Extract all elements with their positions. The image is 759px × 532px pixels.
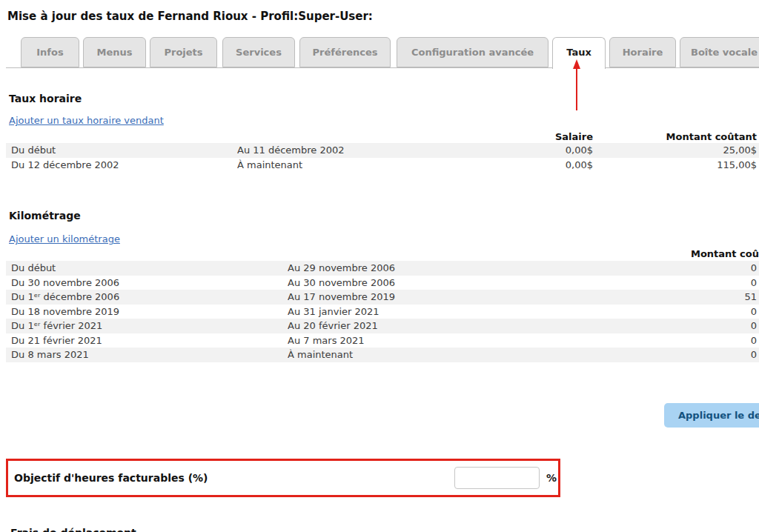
billable-hours-objective-label: Objectif d'heures facturables (%) — [14, 461, 208, 495]
taux-horaire-header-row: Salaire Montant coûtant — [6, 131, 759, 143]
cell-to: Au 29 novembre 2006 — [288, 261, 611, 276]
tab-infos[interactable]: Infos — [21, 37, 79, 67]
taux-horaire-heading: Taux horaire — [9, 93, 82, 104]
page-title: Mise à jour des taux de Fernand Rioux - … — [7, 10, 373, 23]
cell-from: Du 21 février 2021 — [6, 333, 288, 348]
table-row: Du début Au 29 novembre 2006 0 — [6, 261, 759, 276]
table-row: Du 30 novembre 2006 Au 30 novembre 2006 … — [6, 276, 759, 290]
cell-from: Du 12 décembre 2002 — [6, 158, 237, 173]
cell-from: Du 1ᵉʳ février 2021 — [6, 319, 288, 333]
tab-horaire[interactable]: Horaire — [609, 37, 676, 67]
cell-montant: 0 — [611, 319, 759, 333]
cell-from: Du 1ᵉʳ décembre 2006 — [6, 290, 288, 305]
apply-last-rate-button[interactable]: Appliquer le der — [664, 403, 759, 428]
cell-montant: 0 — [611, 348, 759, 362]
table-row: Du 8 mars 2021 À maintenant 0 — [6, 348, 759, 362]
tab-configuration-avancee[interactable]: Configuration avancée — [397, 37, 548, 67]
cell-salaire: 0,00$ — [482, 143, 593, 158]
table-row: Du 21 février 2021 Au 7 mars 2021 0 — [6, 333, 759, 348]
percent-unit-label: % — [546, 461, 557, 495]
table-row: Du début Au 11 décembre 2002 0,00$ 25,00… — [6, 143, 759, 158]
billable-hours-objective-box: Objectif d'heures facturables (%) % — [6, 459, 560, 497]
billable-hours-objective-input[interactable] — [454, 467, 540, 489]
cell-montant: 51 — [611, 290, 759, 305]
add-kilometrage-link[interactable]: Ajouter un kilométrage — [9, 233, 120, 245]
cell-to: Au 11 décembre 2002 — [237, 143, 482, 158]
table-row: Du 12 décembre 2002 À maintenant 0,00$ 1… — [6, 158, 759, 173]
column-header-salaire: Salaire — [482, 131, 593, 143]
cell-to: À maintenant — [288, 348, 611, 362]
cell-to: Au 17 novembre 2019 — [288, 290, 611, 305]
page: Mise à jour des taux de Fernand Rioux - … — [0, 0, 759, 532]
table-row: Du 1ᵉʳ décembre 2006 Au 17 novembre 2019… — [6, 290, 759, 305]
cell-from: Du 18 novembre 2019 — [6, 305, 288, 319]
table-row: Du 18 novembre 2019 Au 31 janvier 2021 0 — [6, 305, 759, 319]
red-arrow-pointer-icon — [571, 59, 583, 112]
column-header-montant-coutant: Montant coû — [611, 248, 759, 261]
cell-from: Du début — [6, 143, 237, 158]
partial-section-heading: Frais de déplacement — [10, 527, 136, 532]
kilometrage-table: Montant coû Du début Au 29 novembre 2006… — [6, 248, 759, 362]
taux-horaire-table: Salaire Montant coûtant Du début Au 11 d… — [6, 131, 759, 173]
add-taux-horaire-link[interactable]: Ajouter un taux horaire vendant — [9, 115, 164, 126]
tab-services[interactable]: Services — [222, 37, 295, 67]
cell-montant: 25,00$ — [593, 143, 759, 158]
cell-to: Au 7 mars 2021 — [288, 333, 611, 348]
tab-preferences[interactable]: Préférences — [299, 37, 391, 67]
cell-salaire: 0,00$ — [482, 158, 593, 173]
cell-from: Du 8 mars 2021 — [6, 348, 288, 362]
cell-from: Du début — [6, 261, 288, 276]
kilometrage-header-row: Montant coû — [6, 248, 759, 261]
cell-to: Au 30 novembre 2006 — [288, 276, 611, 290]
cell-from: Du 30 novembre 2006 — [6, 276, 288, 290]
cell-to: À maintenant — [237, 158, 482, 173]
tab-projets[interactable]: Projets — [150, 37, 217, 67]
tab-menus[interactable]: Menus — [83, 37, 146, 67]
cell-to: Au 31 janvier 2021 — [288, 305, 611, 319]
table-row: Du 1ᵉʳ février 2021 Au 20 février 2021 0 — [6, 319, 759, 333]
cell-to: Au 20 février 2021 — [288, 319, 611, 333]
tabbar-divider — [6, 67, 759, 68]
cell-montant: 0 — [611, 261, 759, 276]
cell-montant: 0 — [611, 276, 759, 290]
column-header-montant-coutant: Montant coûtant — [593, 131, 759, 143]
kilometrage-heading: Kilométrage — [9, 210, 81, 222]
cell-montant: 115,00$ — [593, 158, 759, 173]
tab-boite-vocale[interactable]: Boîte vocale — [680, 37, 759, 67]
cell-montant: 0 — [611, 333, 759, 348]
cell-montant: 0 — [611, 305, 759, 319]
